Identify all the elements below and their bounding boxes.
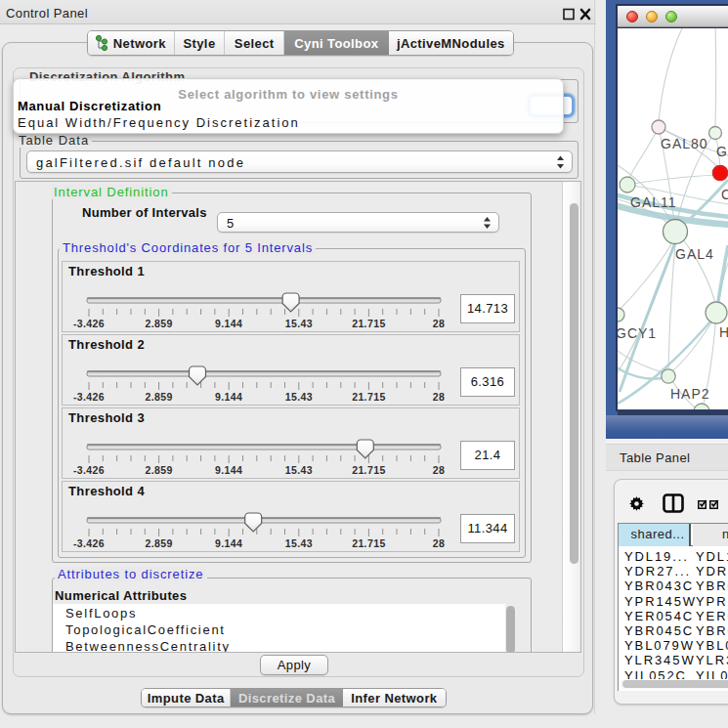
svg-text:-3.426: -3.426 — [73, 537, 105, 549]
svg-text:GAL11: GAL11 — [630, 194, 677, 210]
svg-text:H: H — [719, 324, 728, 340]
svg-text:GAL4: GAL4 — [675, 246, 714, 262]
svg-text:-3.426: -3.426 — [73, 464, 105, 476]
svg-text:2.859: 2.859 — [145, 537, 172, 549]
svg-text:28: 28 — [433, 537, 445, 549]
svg-text:21.715: 21.715 — [352, 318, 386, 329]
svg-text:15.43: 15.43 — [285, 537, 313, 549]
svg-text:2.859: 2.859 — [145, 318, 172, 329]
svg-text:-3.426: -3.426 — [73, 391, 105, 403]
svg-text:15.43: 15.43 — [285, 318, 313, 329]
svg-text:21.715: 21.715 — [352, 537, 386, 549]
svg-text:HAP2: HAP2 — [670, 386, 710, 402]
svg-text:9.144: 9.144 — [215, 391, 242, 403]
svg-text:15.43: 15.43 — [285, 464, 313, 476]
svg-text:CR: CR — [721, 187, 728, 202]
svg-text:9.144: 9.144 — [215, 537, 242, 549]
svg-text:28: 28 — [433, 318, 445, 329]
svg-text:GAL80: GAL80 — [661, 136, 708, 151]
svg-text:-3.426: -3.426 — [73, 318, 105, 329]
svg-text:28: 28 — [433, 464, 445, 476]
svg-text:21.715: 21.715 — [352, 391, 386, 403]
svg-text:2.859: 2.859 — [145, 464, 172, 476]
svg-text:21.715: 21.715 — [352, 464, 386, 476]
svg-text:2.859: 2.859 — [145, 391, 172, 403]
svg-text:15.43: 15.43 — [285, 391, 313, 403]
svg-text:9.144: 9.144 — [215, 318, 242, 329]
svg-text:GCY1: GCY1 — [618, 325, 657, 341]
svg-text:9.144: 9.144 — [215, 464, 242, 476]
svg-text:GA: GA — [716, 144, 728, 159]
svg-text:28: 28 — [433, 391, 445, 403]
